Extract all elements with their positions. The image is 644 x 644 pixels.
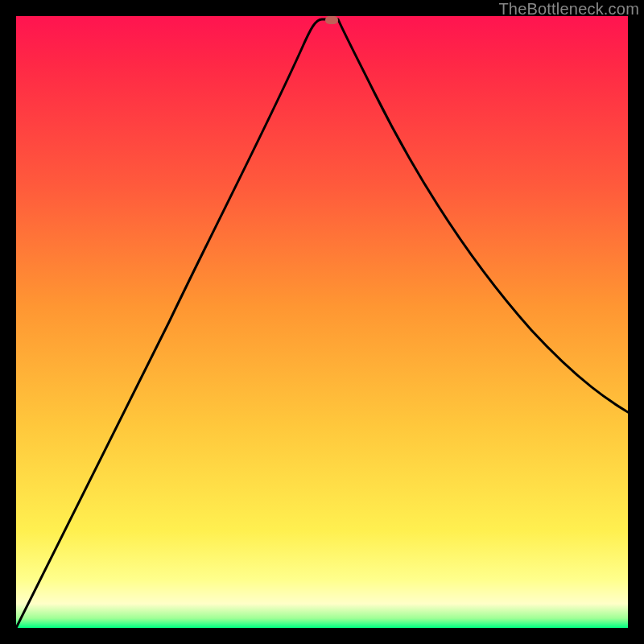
watermark-text: TheBottleneck.com xyxy=(498,0,639,19)
bottleneck-curve-path xyxy=(16,19,628,628)
curve-svg xyxy=(16,16,628,628)
minimum-marker xyxy=(325,16,338,24)
chart-frame: TheBottleneck.com xyxy=(0,0,644,644)
chart-plot-area xyxy=(16,16,628,628)
